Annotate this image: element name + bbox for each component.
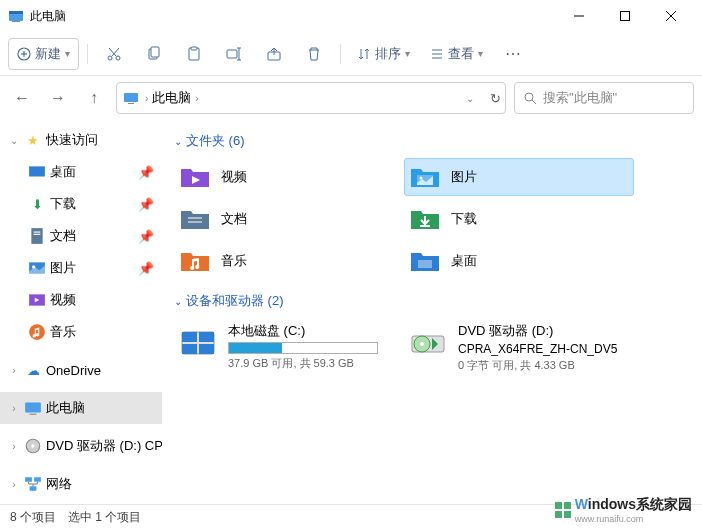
- sidebar-item-pictures[interactable]: 图片 📌: [0, 252, 162, 284]
- svg-rect-26: [124, 93, 138, 102]
- separator: [340, 44, 341, 64]
- sidebar-item-documents[interactable]: 文档 📌: [0, 220, 162, 252]
- pin-icon: 📌: [138, 229, 154, 244]
- pc-icon: [123, 90, 139, 106]
- svg-point-64: [420, 342, 424, 346]
- chevron-down-icon: ▾: [478, 48, 483, 59]
- drive-dvd[interactable]: DVD 驱动器 (D:) CPRA_X64FRE_ZH-CN_DV5 0 字节 …: [404, 318, 634, 377]
- delete-button[interactable]: [296, 38, 332, 70]
- download-icon: ⬇: [28, 195, 46, 213]
- refresh-icon[interactable]: ↻: [490, 91, 501, 106]
- svg-rect-2: [12, 21, 20, 22]
- sort-button[interactable]: 排序 ▾: [349, 38, 418, 70]
- window-title: 此电脑: [30, 8, 556, 25]
- back-button[interactable]: ←: [8, 84, 36, 112]
- folders-title: 文件夹 (6): [186, 132, 245, 150]
- svg-rect-44: [25, 477, 32, 482]
- sidebar-dvd[interactable]: › DVD 驱动器 (D:) CP: [0, 430, 162, 462]
- address-bar[interactable]: › 此电脑 › ⌄ ↻: [116, 82, 506, 114]
- download-folder-icon: [409, 203, 441, 235]
- sidebar-quick-access[interactable]: ⌄ ★ 快速访问: [0, 124, 162, 156]
- pin-icon: 📌: [138, 197, 154, 212]
- svg-rect-59: [199, 332, 214, 342]
- sidebar: ⌄ ★ 快速访问 桌面 📌 ⬇ 下载 📌 文档 📌 图片 📌 视频: [0, 120, 162, 504]
- svg-rect-4: [621, 12, 630, 21]
- chevron-right-icon: ›: [8, 365, 20, 376]
- svg-rect-46: [30, 486, 37, 491]
- svg-rect-33: [34, 232, 41, 233]
- sidebar-thispc[interactable]: › 此电脑: [0, 392, 162, 424]
- folders-section-header[interactable]: ⌄ 文件夹 (6): [174, 132, 690, 150]
- view-label: 查看: [448, 45, 474, 63]
- folder-downloads[interactable]: 下载: [404, 200, 634, 238]
- pin-icon: 📌: [138, 165, 154, 180]
- minimize-button[interactable]: [556, 0, 602, 32]
- forward-button[interactable]: →: [44, 84, 72, 112]
- breadcrumb-location: 此电脑: [152, 89, 191, 107]
- svg-line-29: [532, 100, 536, 104]
- disk-icon: [178, 322, 218, 362]
- folder-videos[interactable]: 视频: [174, 158, 404, 196]
- svg-rect-30: [29, 166, 45, 176]
- music-icon: [28, 323, 46, 341]
- share-button[interactable]: [256, 38, 292, 70]
- folder-documents[interactable]: 文档: [174, 200, 404, 238]
- folder-desktop[interactable]: 桌面: [404, 242, 634, 280]
- chevron-right-icon: ›: [145, 93, 148, 104]
- new-button[interactable]: 新建 ▾: [8, 38, 79, 70]
- svg-rect-60: [182, 344, 197, 354]
- svg-rect-67: [555, 511, 562, 518]
- document-icon: [28, 227, 46, 245]
- disc-icon: [24, 437, 42, 455]
- sidebar-item-desktop[interactable]: 桌面 📌: [0, 156, 162, 188]
- sidebar-network[interactable]: › 网络: [0, 468, 162, 500]
- drive-subtext: 37.9 GB 可用, 共 59.3 GB: [228, 356, 400, 371]
- paste-button[interactable]: [176, 38, 212, 70]
- devices-section-header[interactable]: ⌄ 设备和驱动器 (2): [174, 292, 690, 310]
- sidebar-onedrive[interactable]: › ☁ OneDrive: [0, 354, 162, 386]
- svg-rect-65: [555, 502, 562, 509]
- video-icon: [28, 291, 46, 309]
- drive-name: 本地磁盘 (C:): [228, 322, 400, 340]
- svg-rect-61: [199, 344, 214, 354]
- svg-rect-32: [31, 228, 42, 244]
- svg-rect-40: [25, 402, 41, 412]
- svg-rect-41: [30, 414, 37, 415]
- up-button[interactable]: ↑: [80, 84, 108, 112]
- more-button[interactable]: ⋯: [495, 38, 531, 70]
- folder-music[interactable]: 音乐: [174, 242, 404, 280]
- chevron-down-icon: ⌄: [8, 135, 20, 146]
- main-content: ⌄ 文件夹 (6) 视频 图片 文档 下载 音乐: [162, 120, 702, 504]
- folder-pictures[interactable]: 图片: [404, 158, 634, 196]
- sidebar-item-music[interactable]: 音乐: [0, 316, 162, 348]
- quick-access-label: 快速访问: [46, 131, 98, 149]
- maximize-button[interactable]: [602, 0, 648, 32]
- sidebar-item-videos[interactable]: 视频: [0, 284, 162, 316]
- network-icon: [24, 475, 42, 493]
- search-input[interactable]: 搜索"此电脑": [514, 82, 694, 114]
- titlebar: 此电脑: [0, 0, 702, 32]
- document-folder-icon: [179, 203, 211, 235]
- svg-rect-56: [418, 260, 432, 268]
- rename-button[interactable]: [216, 38, 252, 70]
- separator: [87, 44, 88, 64]
- svg-rect-66: [564, 502, 571, 509]
- chevron-right-icon: ›: [195, 93, 198, 104]
- cut-button[interactable]: [96, 38, 132, 70]
- dvd-icon: [408, 322, 448, 362]
- svg-rect-58: [182, 332, 197, 342]
- drive-c[interactable]: 本地磁盘 (C:) 37.9 GB 可用, 共 59.3 GB: [174, 318, 404, 377]
- svg-rect-1: [9, 11, 23, 14]
- drive-subtext: 0 字节 可用, 共 4.33 GB: [458, 358, 630, 373]
- close-button[interactable]: [648, 0, 694, 32]
- sidebar-item-downloads[interactable]: ⬇ 下载 📌: [0, 188, 162, 220]
- svg-rect-18: [227, 50, 237, 58]
- chevron-down-icon[interactable]: ⌄: [466, 93, 474, 104]
- copy-button[interactable]: [136, 38, 172, 70]
- desktop-icon: [28, 163, 46, 181]
- view-button[interactable]: 查看 ▾: [422, 38, 491, 70]
- svg-point-10: [108, 56, 112, 60]
- watermark: Windows系统家园 www.runaifu.com: [553, 495, 692, 524]
- svg-rect-54: [188, 217, 202, 219]
- chevron-down-icon: ▾: [65, 48, 70, 59]
